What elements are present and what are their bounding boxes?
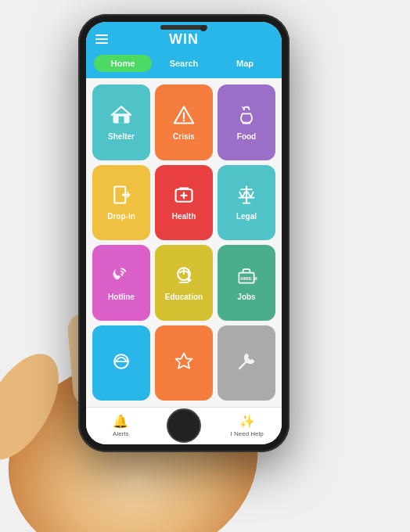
grid-item-education[interactable]: Education — [155, 245, 213, 321]
phone-screen: WIN Home Search Map — [86, 22, 282, 444]
jobs-label: Jobs — [237, 293, 255, 301]
svg-rect-10 — [243, 122, 251, 124]
camera-dot — [200, 25, 207, 31]
bottom-nav-i-need-help[interactable]: ✨ I Need Help — [215, 414, 279, 437]
svg-point-12 — [122, 194, 125, 197]
grid-item-more3[interactable] — [218, 325, 275, 401]
more1-icon — [110, 350, 132, 376]
jobs-icon: HIRE ME — [236, 264, 257, 289]
tab-search[interactable]: Search — [155, 55, 213, 72]
bottom-nav: 🔔 Alerts 🏠 Offer Help ✨ I Need Help — [86, 407, 282, 444]
grid-item-food[interactable]: Food — [218, 84, 275, 160]
i-need-help-icon: ✨ — [239, 414, 255, 429]
health-icon — [173, 184, 195, 209]
education-icon — [173, 264, 195, 289]
grid-item-hotline[interactable]: Hotline — [92, 245, 150, 321]
grid-item-crisis[interactable]: Crisis — [155, 84, 213, 160]
nav-tabs: Home Search Map — [86, 55, 282, 78]
grid-item-legal[interactable]: Legal — [218, 165, 275, 241]
shelter-icon — [110, 104, 132, 129]
dropin-label: Drop-in — [107, 212, 135, 221]
tab-map[interactable]: Map — [216, 55, 274, 72]
offer-help-label: Offer Help — [170, 430, 198, 437]
dropin-icon — [110, 184, 132, 209]
education-label: Education — [165, 293, 203, 301]
grid-item-jobs[interactable]: HIRE ME Jobs — [218, 245, 275, 321]
hotline-icon — [110, 264, 132, 289]
svg-text:HIRE ME: HIRE ME — [240, 275, 257, 281]
phone-wrapper: WIN Home Search Map — [0, 0, 410, 532]
grid-item-more1[interactable] — [92, 325, 150, 401]
tab-home[interactable]: Home — [94, 55, 152, 72]
more3-icon — [236, 350, 257, 376]
grid-item-more2[interactable] — [155, 325, 213, 401]
phone-device: WIN Home Search Map — [78, 14, 290, 452]
crisis-icon — [173, 104, 195, 129]
bottom-nav-offer-help[interactable]: 🏠 Offer Help — [153, 414, 216, 437]
app-logo: WIN — [169, 31, 199, 48]
food-label: Food — [237, 132, 256, 141]
alerts-icon: 🔔 — [113, 414, 128, 429]
app-title-text: WIN — [169, 31, 199, 47]
shelter-label: Shelter — [108, 132, 135, 141]
grid-item-dropin[interactable]: Drop-in — [92, 165, 150, 241]
alerts-label: Alerts — [113, 430, 128, 437]
hotline-label: Hotline — [108, 293, 135, 301]
legal-label: Legal — [236, 212, 257, 221]
grid-item-shelter[interactable]: Shelter — [92, 84, 150, 160]
food-icon — [236, 104, 257, 129]
svg-rect-7 — [119, 117, 124, 124]
offer-help-icon: 🏠 — [176, 414, 192, 429]
more2-icon — [173, 350, 195, 376]
svg-point-24 — [187, 279, 191, 282]
bottom-nav-alerts[interactable]: 🔔 Alerts — [89, 414, 153, 437]
svg-point-9 — [183, 119, 185, 121]
grid-item-health[interactable]: Health — [155, 165, 213, 241]
top-bar: WIN — [86, 22, 282, 55]
crisis-label: Crisis — [173, 132, 195, 141]
category-grid: Shelter Crisis — [86, 78, 282, 407]
menu-icon[interactable] — [95, 34, 108, 44]
i-need-help-label: I Need Help — [231, 430, 264, 437]
health-label: Health — [172, 212, 196, 221]
legal-icon — [236, 184, 257, 209]
